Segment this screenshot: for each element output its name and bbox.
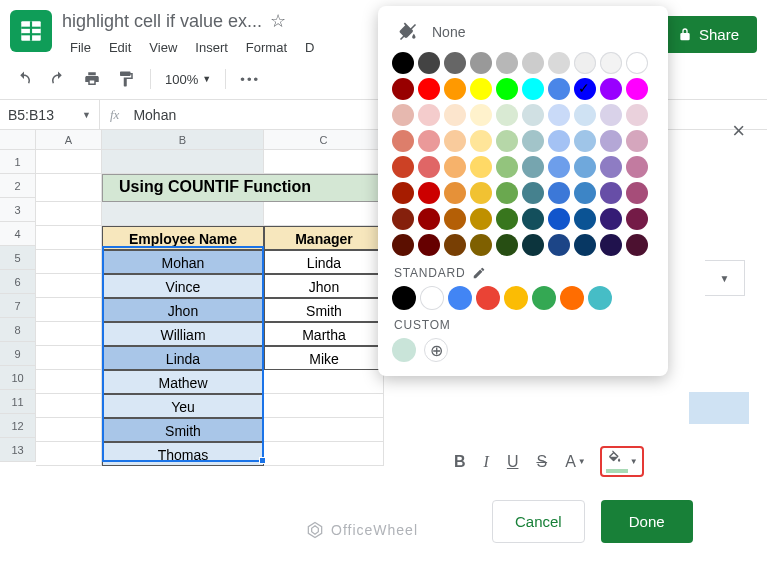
color-swatch[interactable] [626,182,648,204]
row-header[interactable]: 9 [0,342,36,366]
name-box[interactable]: B5:B13 ▼ [0,100,100,129]
color-swatch[interactable] [600,234,622,256]
cell[interactable] [36,346,102,370]
cell[interactable] [36,442,102,466]
color-swatch[interactable] [392,182,414,204]
standard-color-swatch[interactable] [532,286,556,310]
color-swatch[interactable] [626,78,648,100]
color-swatch[interactable] [600,78,622,100]
print-icon[interactable] [82,69,102,89]
color-swatch[interactable] [522,156,544,178]
row-header[interactable]: 11 [0,390,36,414]
color-swatch[interactable] [392,52,414,74]
cell[interactable]: Manager [264,226,384,250]
dropdown-chevron[interactable]: ▼ [705,260,745,296]
color-swatch[interactable] [444,104,466,126]
color-swatch[interactable] [496,78,518,100]
color-swatch[interactable] [626,156,648,178]
color-swatch[interactable] [548,104,570,126]
color-swatch[interactable] [418,52,440,74]
row-header[interactable]: 13 [0,438,36,462]
text-color-button[interactable]: A▼ [561,451,590,473]
cell[interactable] [264,370,384,394]
color-swatch[interactable] [626,104,648,126]
color-swatch[interactable] [600,130,622,152]
menu-edit[interactable]: Edit [101,36,139,59]
row-header[interactable]: 8 [0,318,36,342]
cell[interactable]: Yeu [102,394,264,418]
cell[interactable]: Mohan [102,250,264,274]
cell[interactable] [102,150,264,174]
underline-button[interactable]: U [503,451,523,473]
color-swatch[interactable] [418,130,440,152]
add-custom-color-button[interactable]: ⊕ [424,338,448,362]
color-swatch[interactable] [600,182,622,204]
row-header[interactable]: 7 [0,294,36,318]
color-swatch[interactable] [574,208,596,230]
color-swatch[interactable] [522,52,544,74]
color-swatch[interactable] [548,156,570,178]
color-swatch[interactable] [444,130,466,152]
undo-icon[interactable] [14,69,34,89]
column-header-b[interactable]: B [102,130,264,150]
color-swatch[interactable] [626,234,648,256]
cell[interactable]: Thomas [102,442,264,466]
cell[interactable]: Linda [102,346,264,370]
cell[interactable] [36,226,102,250]
color-swatch[interactable] [392,78,414,100]
color-swatch[interactable] [548,182,570,204]
color-swatch[interactable] [470,130,492,152]
standard-color-swatch[interactable] [588,286,612,310]
redo-icon[interactable] [48,69,68,89]
cell[interactable]: William [102,322,264,346]
color-swatch[interactable] [496,208,518,230]
color-swatch[interactable] [444,78,466,100]
color-swatch[interactable] [600,156,622,178]
row-header[interactable]: 6 [0,270,36,294]
cancel-button[interactable]: Cancel [492,500,585,543]
color-swatch[interactable] [574,234,596,256]
color-swatch[interactable] [392,234,414,256]
column-header-c[interactable]: C [264,130,384,150]
cell[interactable] [36,250,102,274]
color-swatch[interactable] [444,208,466,230]
menu-data-truncated[interactable]: D [297,36,322,59]
color-swatch[interactable] [392,104,414,126]
cell[interactable] [36,174,102,202]
color-swatch[interactable] [600,208,622,230]
strikethrough-button[interactable]: S [532,451,551,473]
color-swatch[interactable] [496,156,518,178]
color-swatch[interactable] [470,104,492,126]
paint-format-icon[interactable] [116,69,136,89]
standard-color-swatch[interactable] [504,286,528,310]
color-swatch[interactable] [470,78,492,100]
cell[interactable] [264,202,384,226]
color-swatch[interactable] [496,182,518,204]
cell[interactable] [102,202,264,226]
cell[interactable] [264,150,384,174]
share-button[interactable]: Share [659,16,757,53]
cell[interactable]: Jhon [264,274,384,298]
color-swatch[interactable] [600,52,622,74]
standard-color-swatch[interactable] [560,286,584,310]
color-swatch[interactable] [522,208,544,230]
color-swatch[interactable] [496,52,518,74]
cell[interactable]: Employee Name [102,226,264,250]
cell[interactable] [36,418,102,442]
color-swatch[interactable] [392,130,414,152]
cell[interactable]: Mathew [102,370,264,394]
color-swatch[interactable] [522,78,544,100]
color-swatch[interactable] [574,182,596,204]
cell[interactable]: Linda [264,250,384,274]
cell[interactable] [36,394,102,418]
row-header[interactable]: 2 [0,174,36,198]
row-header[interactable]: 3 [0,198,36,222]
bold-button[interactable]: B [450,451,470,473]
cell[interactable]: Smith [264,298,384,322]
color-swatch[interactable] [522,182,544,204]
standard-color-swatch[interactable] [448,286,472,310]
document-title[interactable]: highlight cell if value ex... [62,11,262,32]
cell[interactable]: Jhon [102,298,264,322]
star-icon[interactable]: ☆ [270,10,286,32]
color-swatch[interactable] [444,182,466,204]
